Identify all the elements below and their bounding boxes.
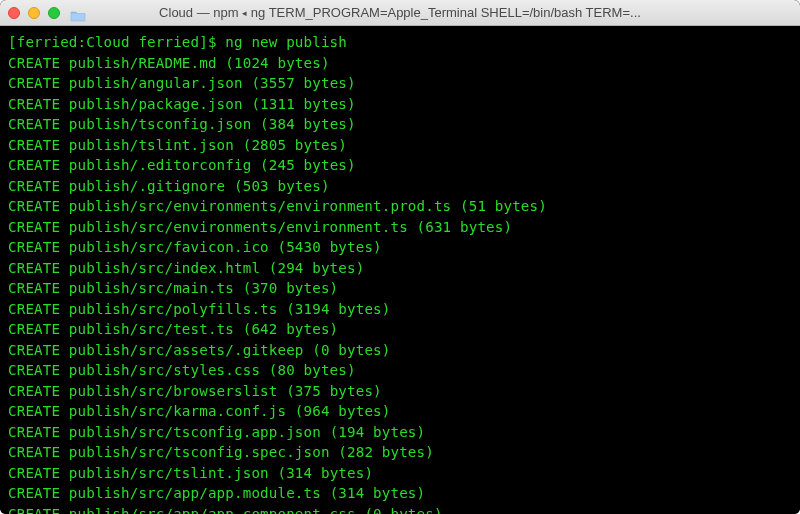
create-label: CREATE	[8, 178, 60, 194]
file-path: publish/src/tsconfig.spec.json	[69, 444, 330, 460]
output-line: CREATE publish/package.json (1311 bytes)	[8, 94, 792, 115]
prompt-line: [ferried:Cloud ferried]$ ng new publish	[8, 32, 792, 53]
file-path: publish/src/polyfills.ts	[69, 301, 278, 317]
file-path: publish/tslint.json	[69, 137, 234, 153]
prompt-command: ng new publish	[217, 34, 347, 50]
file-size: (0 bytes)	[364, 506, 442, 515]
prompt-host: ferried:Cloud ferried	[17, 34, 200, 50]
output-line: CREATE publish/src/environments/environm…	[8, 217, 792, 238]
file-size: (194 bytes)	[330, 424, 426, 440]
create-label: CREATE	[8, 280, 60, 296]
prompt-close-bracket: ]$	[199, 34, 216, 50]
file-path: publish/src/app/app.module.ts	[69, 485, 321, 501]
file-size: (314 bytes)	[277, 465, 373, 481]
output-line: CREATE publish/src/test.ts (642 bytes)	[8, 319, 792, 340]
output-line: CREATE publish/src/main.ts (370 bytes)	[8, 278, 792, 299]
file-path: publish/.gitignore	[69, 178, 225, 194]
create-label: CREATE	[8, 198, 60, 214]
create-label: CREATE	[8, 219, 60, 235]
prompt-open-bracket: [	[8, 34, 17, 50]
maximize-button[interactable]	[48, 7, 60, 19]
output-line: CREATE publish/src/index.html (294 bytes…	[8, 258, 792, 279]
titlebar[interactable]: Cloud — npm ◂ ng TERM_PROGRAM=Apple_Term…	[0, 0, 800, 26]
create-label: CREATE	[8, 465, 60, 481]
create-label: CREATE	[8, 116, 60, 132]
output-line: CREATE publish/src/tslint.json (314 byte…	[8, 463, 792, 484]
create-label: CREATE	[8, 362, 60, 378]
output-line: CREATE publish/src/styles.css (80 bytes)	[8, 360, 792, 381]
file-path: publish/src/index.html	[69, 260, 260, 276]
output-line: CREATE publish/src/favicon.ico (5430 byt…	[8, 237, 792, 258]
output-line: CREATE publish/src/tsconfig.spec.json (2…	[8, 442, 792, 463]
file-size: (2805 bytes)	[243, 137, 347, 153]
file-size: (375 bytes)	[286, 383, 382, 399]
output-line: CREATE publish/src/browserslist (375 byt…	[8, 381, 792, 402]
create-label: CREATE	[8, 260, 60, 276]
file-path: publish/src/assets/.gitkeep	[69, 342, 304, 358]
title-suffix: ng TERM_PROGRAM=Apple_Terminal SHELL=/bi…	[247, 5, 641, 20]
file-size: (631 bytes)	[417, 219, 513, 235]
file-path: publish/src/app/app.component.css	[69, 506, 356, 515]
output-line: CREATE publish/tslint.json (2805 bytes)	[8, 135, 792, 156]
create-label: CREATE	[8, 321, 60, 337]
create-label: CREATE	[8, 75, 60, 91]
output-line: CREATE publish/README.md (1024 bytes)	[8, 53, 792, 74]
file-size: (370 bytes)	[243, 280, 339, 296]
file-size: (1024 bytes)	[225, 55, 329, 71]
output-line: CREATE publish/src/environments/environm…	[8, 196, 792, 217]
create-label: CREATE	[8, 96, 60, 112]
file-size: (1311 bytes)	[251, 96, 355, 112]
file-path: publish/angular.json	[69, 75, 243, 91]
terminal-body[interactable]: [ferried:Cloud ferried]$ ng new publishC…	[0, 26, 800, 514]
create-label: CREATE	[8, 506, 60, 515]
file-size: (314 bytes)	[330, 485, 426, 501]
output-line: CREATE publish/.editorconfig (245 bytes)	[8, 155, 792, 176]
file-size: (51 bytes)	[460, 198, 547, 214]
file-path: publish/package.json	[69, 96, 243, 112]
file-size: (0 bytes)	[312, 342, 390, 358]
file-path: publish/src/styles.css	[69, 362, 260, 378]
file-size: (503 bytes)	[234, 178, 330, 194]
output-line: CREATE publish/src/karma.conf.js (964 by…	[8, 401, 792, 422]
create-label: CREATE	[8, 383, 60, 399]
file-size: (282 bytes)	[338, 444, 434, 460]
create-label: CREATE	[8, 424, 60, 440]
output-line: CREATE publish/src/assets/.gitkeep (0 by…	[8, 340, 792, 361]
create-label: CREATE	[8, 157, 60, 173]
file-size: (5430 bytes)	[277, 239, 381, 255]
file-path: publish/src/test.ts	[69, 321, 234, 337]
file-path: publish/src/tsconfig.app.json	[69, 424, 321, 440]
file-path: publish/src/browserslist	[69, 383, 278, 399]
file-size: (384 bytes)	[260, 116, 356, 132]
output-line: CREATE publish/src/app/app.component.css…	[8, 504, 792, 515]
output-line: CREATE publish/angular.json (3557 bytes)	[8, 73, 792, 94]
create-label: CREATE	[8, 55, 60, 71]
output-line: CREATE publish/src/tsconfig.app.json (19…	[8, 422, 792, 443]
terminal-window: Cloud — npm ◂ ng TERM_PROGRAM=Apple_Term…	[0, 0, 800, 514]
create-label: CREATE	[8, 444, 60, 460]
file-path: publish/.editorconfig	[69, 157, 252, 173]
traffic-lights	[8, 7, 60, 19]
file-path: publish/src/environments/environment.pro…	[69, 198, 451, 214]
file-size: (3557 bytes)	[251, 75, 355, 91]
file-path: publish/README.md	[69, 55, 217, 71]
file-path: publish/src/main.ts	[69, 280, 234, 296]
create-label: CREATE	[8, 403, 60, 419]
file-size: (294 bytes)	[269, 260, 365, 276]
file-size: (964 bytes)	[295, 403, 391, 419]
create-label: CREATE	[8, 485, 60, 501]
output-line: CREATE publish/.gitignore (503 bytes)	[8, 176, 792, 197]
close-button[interactable]	[8, 7, 20, 19]
output-line: CREATE publish/tsconfig.json (384 bytes)	[8, 114, 792, 135]
create-label: CREATE	[8, 301, 60, 317]
minimize-button[interactable]	[28, 7, 40, 19]
file-size: (80 bytes)	[269, 362, 356, 378]
terminal-output: CREATE publish/README.md (1024 bytes)CRE…	[8, 53, 792, 515]
file-path: publish/src/favicon.ico	[69, 239, 269, 255]
file-path: publish/tsconfig.json	[69, 116, 252, 132]
file-size: (642 bytes)	[243, 321, 339, 337]
title-separator-icon: ◂	[242, 8, 247, 18]
folder-icon	[70, 7, 86, 19]
create-label: CREATE	[8, 342, 60, 358]
create-label: CREATE	[8, 137, 60, 153]
